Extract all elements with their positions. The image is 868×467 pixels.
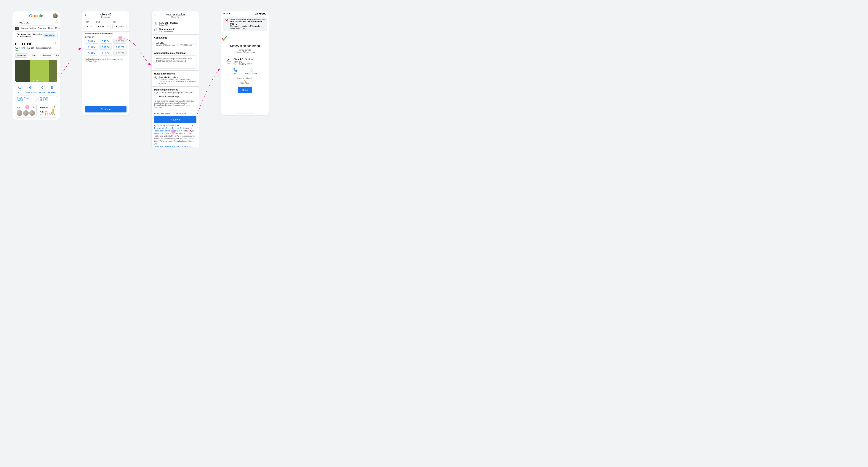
date-select[interactable]: Today [96,24,111,29]
mic-icon[interactable] [53,21,53,24]
phone-icon [18,86,21,89]
expand-icon[interactable] [53,78,56,81]
tab-all[interactable]: All [15,27,19,30]
contact-name: John Doe [156,42,192,44]
chevron-down-icon [123,26,125,28]
date-day: 21 [227,58,231,62]
time-slot[interactable]: 7:15 PM [99,51,112,56]
phone-icon [233,68,237,72]
contact-card[interactable]: John Doe johndoe12@gmail.com + 1 458-849… [154,40,196,48]
marketing-option: Reserve with Google [159,95,179,98]
reserve-button[interactable]: Reserve [154,116,196,123]
party-line: Party of 2 · Outdoor [159,22,196,24]
time-line: 6:30 PM (EDT) [159,30,196,33]
detail-time: Thu · 6:30 PM (EDT) [234,63,253,65]
share-action[interactable]: SHARE [39,84,45,94]
call-action[interactable]: CALL [232,68,238,75]
continue-button[interactable]: Continue [85,106,126,113]
order-online-button[interactable]: ORDER ONLINE [38,95,57,102]
time-select[interactable]: 6:30 PM [112,24,127,29]
fork-knife-icon [85,60,87,62]
partner-line: Booking times are provided in partnershi… [82,56,129,63]
svg-rect-17 [263,13,265,14]
more-icon[interactable]: ⋯ [264,26,266,28]
svg-rect-10 [155,29,157,31]
tab-reviews[interactable]: Reviews [40,53,53,58]
chevron-right-icon [32,106,35,108]
menu-thumbs [17,110,35,116]
lens-icon[interactable] [55,21,56,24]
tab-videos[interactable]: Videos [30,27,36,30]
svg-rect-15 [257,13,258,14]
seating-category: OUTDOOR [82,35,129,39]
calendar-icon [154,28,157,31]
tab-overview[interactable]: Overview [15,53,28,58]
tab-maps[interactable]: Maps [55,27,60,30]
reviews-link[interactable]: (6K) [21,47,25,49]
fork-knife-icon [154,22,157,25]
party-select[interactable]: 2 [85,24,94,29]
directions-action[interactable]: DIRECTIONS [245,68,257,75]
time-slot[interactable]: 6:15 PM [85,45,98,50]
directions-action[interactable]: DIRECTIONS [25,84,37,94]
svg-point-4 [56,42,56,43]
reserve-table-button[interactable]: RESERVE A TABLE [15,95,37,102]
picker-title: Olio e Più [100,13,112,16]
special-request-input[interactable]: Please enter any special requests (note … [154,56,196,68]
tab-shopping[interactable]: Shopping [38,27,46,30]
time-slot[interactable]: 5:45 PM [99,39,112,43]
wifi-icon [259,12,262,15]
see-more-link[interactable]: See more [154,106,162,108]
hero-image[interactable] [15,60,57,82]
svg-rect-13 [256,13,256,14]
star-icon: ★ [19,47,20,49]
cancel-text: If you can't make it to your reservation… [159,78,196,85]
legal-text: By continuing you agree to the Reserve w… [154,124,196,147]
tab-news[interactable]: News [48,27,53,30]
tab-photos[interactable]: Photos [54,53,60,58]
party-label: Party [85,21,89,23]
rating-histogram [45,108,56,114]
picker-subtitle: Restaurant [100,16,112,18]
back-icon[interactable] [84,13,87,17]
ai-overview-text: Get an AI-powered overview for this sear… [17,33,43,38]
reviews-card[interactable]: Reviews 4.6 ★ (6K) 1 2 3 4 5 [38,104,57,117]
rwg-tos-link[interactable]: Reserve with Google Terms of Service [154,127,186,129]
tt-pp-link[interactable]: Table Time's Privacy Policy [154,145,177,147]
tt-tos-link[interactable]: Table Time's Terms of Use [154,130,176,132]
time-slot[interactable]: 6:45 PM [114,45,126,50]
marketing-sub: Sign up for marketing and promotions fro… [154,91,196,94]
directions-icon [29,86,32,89]
avatar[interactable] [53,13,58,18]
time-slot[interactable]: 7:00 PM [85,51,98,56]
marketing-note: To stop receiving emails from Google, fo… [154,100,196,106]
back-icon[interactable] [154,13,157,17]
screen-reservation-form: Your reservation Olio e Più Party of 2 ·… [152,11,199,147]
time-label: Time [112,21,117,23]
more-icon[interactable] [54,41,57,44]
time-slot[interactable]: 6:30 PM [99,45,112,50]
tab-menu[interactable]: Menu [30,53,39,58]
partner-name: Table Time [176,112,186,115]
time-slot[interactable]: 5:30 PM [85,39,98,43]
generate-button[interactable]: Generate [43,33,56,37]
website-action[interactable]: WEBSITE [48,84,56,94]
call-action[interactable]: CALL [16,84,23,94]
contact-header: Contact Info [154,36,196,39]
email-notification[interactable]: Table Time | Olio e Più Reservations now… [223,17,267,31]
search-input[interactable] [19,21,51,24]
partner-pre: In partnership with [154,112,171,115]
search-input-container[interactable] [15,20,58,26]
done-button[interactable]: Done [238,87,252,93]
cancel-icon [154,76,157,79]
svg-rect-14 [257,13,257,14]
screen-time-picker: Olio e Più Restaurant Party 2 Date Today… [82,11,129,115]
marketing-checkbox[interactable] [154,95,157,98]
tab-images[interactable]: Images [21,27,28,30]
notif-body: [Reservation confirmed] Thanks for using… [230,25,264,29]
globe-icon [51,86,53,89]
home-indicator [236,114,254,114]
menu-card[interactable]: Menu [15,104,37,117]
place-name: OLIO E PIÙ [15,42,33,46]
place-tabs: Overview Menu Reviews Photos [15,53,57,58]
